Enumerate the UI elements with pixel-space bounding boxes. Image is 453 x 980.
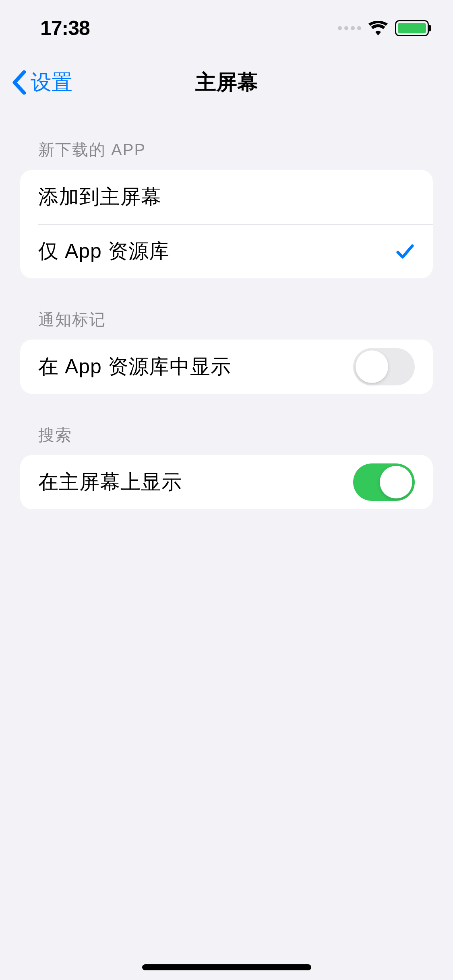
toggle-label: 在主屏幕上显示 bbox=[38, 469, 182, 496]
toggle-app-library-badges[interactable] bbox=[353, 348, 415, 385]
back-label: 设置 bbox=[31, 68, 72, 97]
group-badges: 在 App 资源库中显示 bbox=[20, 340, 433, 394]
nav-bar: 设置 主屏幕 bbox=[0, 56, 453, 109]
section-new-downloads: 新下载的 APP 添加到主屏幕 仅 App 资源库 bbox=[0, 139, 453, 278]
status-bar: 17:38 bbox=[0, 0, 453, 56]
group-search: 在主屏幕上显示 bbox=[20, 455, 433, 509]
section-header-downloads: 新下载的 APP bbox=[20, 139, 433, 170]
status-indicators bbox=[338, 20, 429, 36]
wifi-icon bbox=[368, 21, 388, 35]
checkmark-icon bbox=[395, 242, 415, 261]
option-label: 添加到主屏幕 bbox=[38, 183, 161, 210]
section-header-search: 搜索 bbox=[20, 424, 433, 455]
status-time: 17:38 bbox=[40, 16, 90, 40]
chevron-left-icon bbox=[12, 70, 27, 95]
back-button[interactable]: 设置 bbox=[12, 68, 72, 97]
page-title: 主屏幕 bbox=[195, 68, 258, 97]
home-indicator[interactable] bbox=[142, 964, 311, 970]
section-header-badges: 通知标记 bbox=[20, 309, 433, 340]
row-show-on-home: 在主屏幕上显示 bbox=[20, 455, 433, 509]
option-add-to-home[interactable]: 添加到主屏幕 bbox=[20, 170, 433, 224]
toggle-show-search-on-home[interactable] bbox=[353, 463, 415, 501]
section-notification-badges: 通知标记 在 App 资源库中显示 bbox=[0, 309, 453, 394]
group-download-options: 添加到主屏幕 仅 App 资源库 bbox=[20, 170, 433, 278]
option-app-library-only[interactable]: 仅 App 资源库 bbox=[20, 224, 433, 278]
battery-icon bbox=[395, 20, 429, 36]
section-search: 搜索 在主屏幕上显示 bbox=[0, 424, 453, 509]
cellular-signal-icon bbox=[338, 26, 361, 30]
row-show-in-app-library: 在 App 资源库中显示 bbox=[20, 340, 433, 394]
toggle-label: 在 App 资源库中显示 bbox=[38, 353, 231, 380]
option-label: 仅 App 资源库 bbox=[38, 238, 170, 265]
